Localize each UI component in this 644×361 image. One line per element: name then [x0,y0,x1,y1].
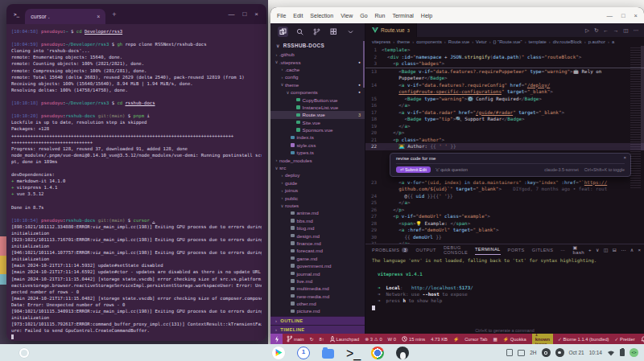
breadcrumb-item[interactable]: vitepress [372,39,390,44]
tree-item-types.ts[interactable]: types.ts [270,149,365,156]
panel-tab-⋯[interactable]: ⋯ [560,244,565,255]
panel-action-icon-7[interactable]: × [638,248,641,252]
breadcrumb-item[interactable]: Vetur [476,39,487,44]
code-editor[interactable]: 1<template>2 <div :id="namespace + JSON.… [365,46,644,244]
status-item--quokka[interactable]: ⚡ Quokka [503,337,526,342]
source-control-icon[interactable] [312,27,322,37]
tree-item-components[interactable]: ∨components● [270,88,365,96]
tree-item-blog.md[interactable]: blog.md [270,224,365,232]
tree-item-deploy[interactable]: ›deploy [270,171,365,178]
panel-action-icon-0[interactable]: ▣ bash [572,244,584,255]
outline-section[interactable]: › OUTLINE [270,316,365,325]
tree-item-picture.md[interactable]: picture.md [270,307,365,314]
tree-item-journal.md[interactable]: journal.md [270,269,365,277]
sidebar-scrollbar[interactable] [363,41,365,88]
status-item-4-73-kb[interactable]: 4.73 KB [431,337,448,342]
tree-item-new-media.md[interactable]: new-media.md [270,293,365,300]
menu-item-help[interactable]: Help [421,13,432,18]
minimap[interactable] [630,47,641,188]
terminal-close-button[interactable]: × [254,10,258,18]
panel-tab-gitlens[interactable]: GITLENS [532,244,554,255]
tree-item-guide[interactable]: ›guide [270,179,365,187]
editor-action-icon-4[interactable]: ◫ [623,27,628,34]
status-item--prettier[interactable]: ✓ Prettier [615,337,635,342]
explorer-root[interactable]: ∨ RSSHUB-DOCS [270,40,365,51]
tree-item-multimedia.md[interactable]: multimedia.md [270,285,365,292]
close-icon[interactable]: × [623,155,626,160]
tree-item-finance.md[interactable]: finance.md [270,240,365,247]
tab-route-vue[interactable]: Route.vue 3 [365,23,417,37]
shelf-app-play-store[interactable] [272,347,285,359]
status-item--3-0[interactable]: ⊗ 3 ⚠ 0 [365,337,382,342]
panel-action-icon-4[interactable]: ⊟ [613,247,617,252]
menu-item-go[interactable]: Go [360,13,367,18]
status-item-main[interactable]: main [287,335,304,343]
terminal-tab[interactable]: cursor . × [25,9,105,24]
shelf-app-files[interactable] [322,349,334,359]
status-item--biome-1-1-4-bundled-[interactable]: ✓ Biome 1.1.4 (bundled) [558,337,609,342]
editor-action-icon-2[interactable]: ← [603,27,609,33]
tree-item-CopyButton.vue[interactable]: CopyButton.vue [270,96,365,103]
breadcrumb-item[interactable]: a [612,39,614,44]
panel-tab-ports[interactable]: PORTS [508,244,525,255]
panel-tab-problems[interactable]: PROBLEMS3 [372,244,408,255]
tree-item-.vitepress[interactable]: ∨.vitepress● [270,58,365,65]
menu-item-run[interactable]: Run [375,13,386,18]
status-item-15-mins[interactable]: 15 mins [402,336,425,342]
remote-indicator[interactable] [270,334,283,344]
timeline-section[interactable]: › TIMELINE [270,325,365,334]
tree-item-.github[interactable]: ›.github [270,51,365,58]
breadcrumb-item[interactable]: Route.vue [448,39,469,44]
tree-item-InstanceList.vue[interactable]: InstanceList.vue [270,104,365,111]
chevron-down-icon[interactable] [345,27,356,37]
system-tray[interactable]: 2H Oct 21 10:14 <> [506,348,638,357]
shelf-app-chrome[interactable] [371,347,384,359]
panel-action-icon-6[interactable]: ∧ [630,247,634,252]
panel-action-icon-2[interactable]: ∨ [596,247,600,252]
extensions-icon[interactable] [328,27,339,37]
shelf-app-1password[interactable]: 1 [297,347,310,359]
explorer-icon[interactable] [278,27,288,37]
vscode-close-button[interactable]: × [634,12,638,19]
shelf-app-terminal[interactable]: >_ [346,347,359,359]
launcher-button[interactable] [19,348,29,358]
model-selector[interactable]: claude-3.5-sonnet [544,167,578,172]
menu-item-selection[interactable]: Selection [310,13,333,18]
menu-item-view[interactable]: View [341,13,353,18]
tree-item-src[interactable]: ∨src [270,164,365,171]
tree-item-Site.vue[interactable]: Site.vue [270,119,365,126]
terminal-titlebar[interactable]: >_ cursor . × + — □ × [6,4,266,24]
editor-action-icon-1[interactable]: ↻ [594,27,598,34]
menu-item-file[interactable]: File [277,13,286,18]
tree-item-public[interactable]: ›public [270,194,365,201]
breadcrumb-item[interactable]: theme [397,39,410,44]
breadcrumb-item[interactable]: p.author [588,39,605,44]
ai-prompt-input[interactable]: revise code for me [396,156,625,164]
tree-item-node_modules[interactable]: ›node_modules [270,156,365,163]
tree-item-routes[interactable]: ∨routes [270,202,365,209]
tree-item-government.md[interactable]: government.md [270,262,365,269]
status-item-w-0[interactable]: W 0 [388,337,396,342]
status-item-8-[interactable]: 8↑ [319,337,324,342]
submit-edit-button[interactable]: ⏎ Submit Edit [396,166,431,173]
editor-action-icon-5[interactable]: ⋯ [634,27,639,34]
status-item-launchpad[interactable]: Launchpad [330,336,360,343]
breadcrumb-item[interactable]: div.routeBlock [553,39,582,44]
status-item--[interactable]: ⚡ [453,337,459,342]
editor-action-icon-3[interactable]: → [613,27,619,33]
tree-item-theme[interactable]: ∨theme● [270,81,365,88]
shelf-app-penguin[interactable] [396,347,409,359]
panel-action-icon-3[interactable]: ◫ [604,247,609,252]
tree-item-forecast.md[interactable]: forecast.md [270,247,365,254]
notification-icon-1[interactable] [542,348,551,357]
breadcrumb-item[interactable]: {} "Route.vue" [493,39,522,44]
vscode-maximize-button[interactable]: □ [621,12,625,19]
editor-action-icon-0[interactable]: ▷ [585,27,589,34]
tree-item-Route.vue[interactable]: Route.vue3 [270,111,365,118]
tree-item-anime.md[interactable]: anime.md [270,209,365,216]
terminal-minimize-button[interactable]: — [228,10,234,18]
vscode-minimize-button[interactable]: — [607,12,613,19]
tree-item-style.css[interactable]: style.css [270,142,365,149]
panel-action-icon-5[interactable]: ⋯ [621,247,625,252]
status-item-cursor-tab[interactable]: Cursor Tab [464,337,487,342]
